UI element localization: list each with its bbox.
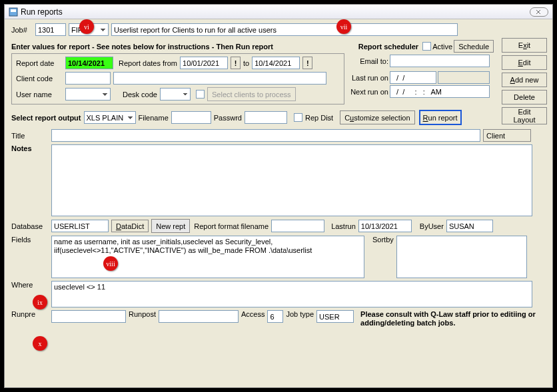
- data-dict-button[interactable]: DataDict: [111, 220, 149, 232]
- exit-button[interactable]: Exit: [502, 38, 547, 53]
- date-from-input[interactable]: [180, 57, 228, 69]
- edit-layout-button[interactable]: Edit Layout: [502, 107, 547, 124]
- job-number-input[interactable]: [35, 23, 66, 36]
- filename-input[interactable]: [171, 111, 211, 124]
- job-description-input[interactable]: [111, 23, 458, 36]
- report-date-input[interactable]: [65, 57, 113, 69]
- passwrd-label: Passwrd: [214, 114, 242, 122]
- to-label: to: [243, 59, 249, 67]
- run-reports-window: Run reports Exit Edit Add new Delete Edi…: [4, 4, 553, 388]
- format-filename-label: Report format filename: [194, 222, 269, 230]
- sortby-textarea[interactable]: [396, 236, 527, 278]
- active-checkbox[interactable]: [422, 42, 431, 51]
- client-code-input[interactable]: [65, 72, 111, 85]
- schedule-button[interactable]: Schedule: [454, 40, 494, 53]
- right-action-bar: Exit Edit Add new Delete Edit Layout: [502, 38, 547, 124]
- close-button[interactable]: [530, 7, 548, 17]
- runpost-label: Runpost: [129, 310, 156, 318]
- run-report-button[interactable]: Run report: [419, 110, 462, 125]
- fields-textarea[interactable]: name as username, init as user_initials,…: [51, 236, 364, 278]
- select-clients-button: Select clients to process: [207, 87, 296, 101]
- client-code-label: Client code: [16, 75, 63, 83]
- user-name-select[interactable]: [65, 88, 111, 100]
- runpre-input[interactable]: [51, 310, 126, 323]
- client-button[interactable]: Client: [483, 129, 531, 142]
- runpost-input[interactable]: [159, 310, 239, 323]
- marker-x: x: [33, 336, 47, 351]
- fields-label: Fields: [11, 236, 49, 244]
- user-name-label: User name: [16, 91, 63, 98]
- email-to-label: Email to:: [360, 57, 388, 65]
- window-title: Run reports: [21, 7, 63, 17]
- warning-text: Please consult with Q-Law staff prior to…: [360, 310, 547, 327]
- where-textarea[interactable]: useclevel <> 11: [51, 281, 532, 307]
- jobtype-input[interactable]: [316, 310, 354, 323]
- output-type-select[interactable]: XLS PLAIN: [84, 111, 136, 124]
- dates-from-label: Report dates from: [119, 59, 177, 67]
- byuser-input[interactable]: [446, 220, 493, 232]
- report-date-label: Report date: [16, 59, 63, 67]
- notes-textarea[interactable]: [51, 144, 532, 216]
- job-number-label: Job#: [11, 26, 33, 34]
- desk-code-select[interactable]: [160, 88, 191, 100]
- filename-label: Filename: [139, 114, 169, 122]
- svg-rect-1: [11, 9, 16, 12]
- active-label: Active: [432, 43, 452, 51]
- passwrd-input[interactable]: [245, 111, 287, 124]
- titlebar: Run reports: [5, 5, 552, 19]
- instructions-label: Enter values for report - See notes belo…: [11, 43, 273, 51]
- format-filename-input[interactable]: [271, 220, 324, 232]
- lastrun-label: Lastrun: [331, 222, 356, 230]
- edit-button[interactable]: Edit: [502, 55, 547, 70]
- marker-ix: ix: [33, 295, 47, 309]
- client-code-desc-input[interactable]: [113, 72, 326, 85]
- select-output-label: Select report output: [11, 114, 81, 122]
- new-rept-button[interactable]: New rept: [151, 219, 190, 233]
- marker-vii: vii: [336, 19, 351, 34]
- access-input[interactable]: [267, 310, 283, 323]
- runpre-label: Runpre: [11, 310, 49, 318]
- last-run-date[interactable]: [390, 71, 436, 84]
- customize-selection-button[interactable]: Customize selection: [340, 110, 414, 124]
- desk-code-label: Desk code: [123, 91, 157, 98]
- where-label: Where: [11, 281, 49, 289]
- last-run-label: Last run on: [352, 74, 388, 82]
- rep-dist-checkbox[interactable]: [294, 113, 302, 122]
- marker-vi: vi: [79, 19, 94, 34]
- email-to-input[interactable]: [390, 55, 490, 67]
- notes-label: Notes: [11, 144, 49, 152]
- marker-viii: viii: [103, 256, 118, 271]
- next-run-input[interactable]: [390, 85, 490, 98]
- byuser-label: ByUser: [420, 222, 444, 230]
- app-icon: [9, 7, 18, 17]
- last-run-time: [438, 71, 490, 84]
- lastrun-input[interactable]: [358, 220, 412, 232]
- access-label: Access: [241, 310, 265, 318]
- add-new-button[interactable]: Add new: [502, 73, 547, 87]
- date-from-excl-button[interactable]: !: [231, 57, 241, 69]
- clients-checkbox[interactable]: [196, 90, 205, 98]
- title-input[interactable]: [51, 129, 480, 142]
- next-run-label: Next run on: [350, 88, 388, 96]
- date-to-input[interactable]: [252, 57, 300, 69]
- database-input[interactable]: [51, 220, 109, 232]
- scheduler-title: Report scheduler: [358, 43, 418, 51]
- jobtype-label: Job type: [286, 310, 314, 318]
- title-label: Title: [11, 132, 49, 140]
- delete-button[interactable]: Delete: [502, 90, 547, 104]
- date-to-excl-button[interactable]: !: [302, 57, 312, 69]
- database-label: Database: [11, 222, 49, 230]
- sortby-label: Sortby: [372, 236, 394, 244]
- rep-dist-label: Rep Dist: [305, 114, 333, 122]
